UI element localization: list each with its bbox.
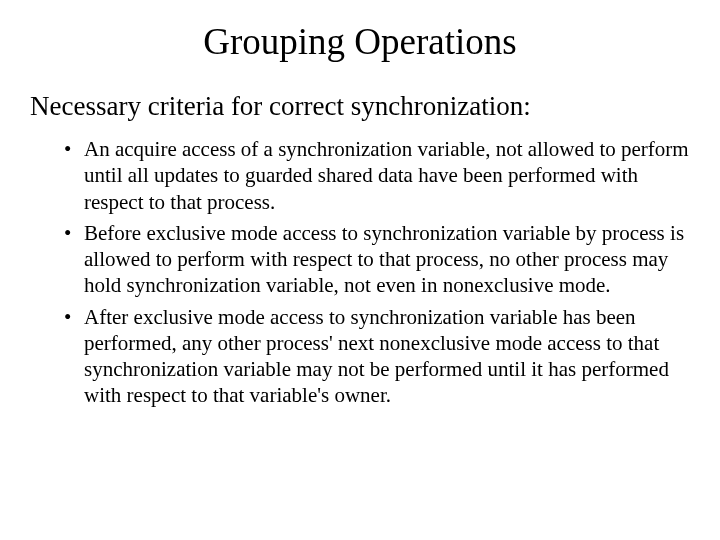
- list-item: An acquire access of a synchronization v…: [64, 136, 690, 215]
- list-item: Before exclusive mode access to synchron…: [64, 220, 690, 299]
- bullet-list: An acquire access of a synchronization v…: [30, 136, 690, 409]
- slide: Grouping Operations Necessary criteria f…: [0, 0, 720, 540]
- list-item: After exclusive mode access to synchroni…: [64, 304, 690, 409]
- slide-subheading: Necessary criteria for correct synchroni…: [30, 91, 690, 122]
- slide-title: Grouping Operations: [30, 20, 690, 63]
